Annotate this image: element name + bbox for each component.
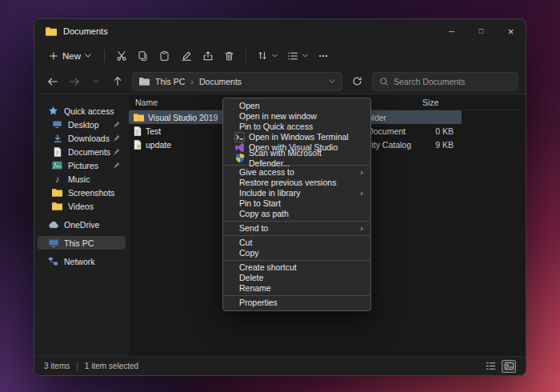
toolbar-separator <box>246 50 246 62</box>
new-button-label: New <box>62 51 81 61</box>
visual-studio-icon <box>234 142 245 153</box>
menu-item-copy[interactable]: Copy <box>223 248 370 258</box>
file-list-pane: Name Size Visual Studio 2019 File folder… <box>129 94 526 356</box>
address-dropdown-icon[interactable] <box>329 79 335 83</box>
download-arrow-icon <box>51 134 63 143</box>
menu-item-properties[interactable]: Properties <box>223 298 370 308</box>
copy-button[interactable] <box>133 46 153 66</box>
details-view-button[interactable] <box>483 360 498 373</box>
minimize-button[interactable]: ─ <box>437 19 466 43</box>
cut-button[interactable] <box>111 46 131 66</box>
menu-item-open[interactable]: Open <box>223 101 370 111</box>
menu-item-create-shortcut[interactable]: Create shortcut <box>223 262 370 273</box>
menu-item-rename[interactable]: Rename <box>223 283 370 294</box>
address-bar: This PC › Documents <box>34 69 526 94</box>
menu-separator <box>224 235 370 236</box>
defender-shield-icon <box>234 153 245 163</box>
toolbar-separator <box>104 50 105 62</box>
submenu-arrow-icon: › <box>360 223 363 234</box>
sidebar-item-network[interactable]: Network <box>38 254 126 268</box>
menu-item-label: Open <box>239 101 260 111</box>
sidebar-item-quick-access[interactable]: Quick access <box>38 104 126 118</box>
new-button[interactable]: New <box>42 46 98 66</box>
up-button[interactable] <box>107 72 127 91</box>
maximize-button[interactable]: □ <box>466 19 496 43</box>
copy-icon <box>138 50 148 62</box>
this-pc-monitor-icon <box>47 238 59 248</box>
more-options-button[interactable]: ••• <box>314 46 334 66</box>
sidebar-item-label: This PC <box>64 238 94 248</box>
pin-icon <box>113 121 120 128</box>
chevron-down-icon <box>85 54 91 58</box>
sidebar-item-videos[interactable]: Videos <box>38 199 126 213</box>
sidebar-item-pictures[interactable]: Pictures <box>38 158 126 172</box>
recent-locations-button[interactable] <box>86 72 106 91</box>
navigation-sidebar: Quick access Desktop Downloads Documents… <box>34 94 129 356</box>
menu-item-cut[interactable]: Cut <box>223 238 370 248</box>
breadcrumb-documents[interactable]: Documents <box>199 77 242 86</box>
menu-item-restore-previous-versions[interactable]: Restore previous versions <box>223 178 370 188</box>
file-name: Visual Studio 2019 <box>148 113 218 122</box>
items-count: 3 items <box>44 362 70 370</box>
sidebar-item-desktop[interactable]: Desktop <box>38 118 126 131</box>
menu-item-label: Scan with Microsoft Defender... <box>249 148 362 169</box>
menu-separator <box>224 221 370 222</box>
sidebar-item-label: Screenshots <box>68 188 114 198</box>
view-button[interactable] <box>283 46 312 66</box>
sidebar-item-music[interactable]: ♪ Music <box>38 172 126 186</box>
close-button[interactable]: × <box>496 19 526 43</box>
breadcrumb-this-pc[interactable]: This PC <box>155 77 185 86</box>
column-header-size[interactable]: Size <box>422 98 438 107</box>
menu-item-give-access-to[interactable]: Give access to› <box>223 167 370 178</box>
menu-item-send-to[interactable]: Send to› <box>223 223 370 234</box>
sidebar-item-this-pc[interactable]: This PC <box>38 236 126 250</box>
scissors-icon <box>116 50 127 62</box>
column-header-name[interactable]: Name <box>129 98 158 107</box>
menu-item-include-in-library[interactable]: Include in library› <box>223 188 370 198</box>
sort-button[interactable] <box>253 46 282 66</box>
sidebar-item-downloads[interactable]: Downloads <box>38 131 126 145</box>
search-icon <box>379 77 389 86</box>
paste-button[interactable] <box>154 46 174 66</box>
search-box[interactable] <box>372 72 518 91</box>
folder-icon <box>51 188 63 197</box>
rename-button[interactable] <box>176 46 196 66</box>
sidebar-item-documents[interactable]: Documents <box>38 145 126 158</box>
titlebar[interactable]: Documents ─ □ × <box>34 19 526 43</box>
menu-item-copy-as-path[interactable]: Copy as path <box>223 209 370 219</box>
menu-item-label: Pin to Quick access <box>239 122 313 132</box>
submenu-arrow-icon: › <box>360 167 363 178</box>
menu-item-label: Include in library <box>239 188 300 198</box>
sidebar-item-label: Desktop <box>68 120 99 130</box>
menu-item-label: Open in new window <box>239 111 317 122</box>
security-catalog-icon <box>134 140 142 150</box>
menu-item-scan-with-microsoft-defender[interactable]: Scan with Microsoft Defender... <box>223 153 370 163</box>
sidebar-item-onedrive[interactable]: OneDrive <box>38 218 126 231</box>
sidebar-item-screenshots[interactable]: Screenshots <box>38 186 126 199</box>
menu-item-pin-to-start[interactable]: Pin to Start <box>223 198 370 209</box>
desktop-monitor-icon <box>51 120 63 129</box>
onedrive-cloud-icon <box>47 221 59 229</box>
breadcrumb-separator-icon: › <box>190 77 194 86</box>
delete-button[interactable] <box>219 46 239 66</box>
refresh-button[interactable] <box>347 72 367 91</box>
chevron-down-icon <box>302 54 308 58</box>
menu-separator <box>224 260 370 261</box>
thumbnail-view-button[interactable] <box>502 360 516 373</box>
sidebar-item-label: Quick access <box>64 106 114 116</box>
menu-item-label: Cut <box>239 238 252 248</box>
menu-item-open-in-new-window[interactable]: Open in new window <box>223 111 370 122</box>
menu-item-open-in-windows-terminal[interactable]: Open in Windows Terminal <box>223 132 370 142</box>
menu-item-delete[interactable]: Delete <box>223 273 370 283</box>
pictures-icon <box>51 161 63 170</box>
menu-item-label: Delete <box>239 273 263 283</box>
search-input[interactable] <box>394 77 510 86</box>
address-breadcrumb[interactable]: This PC › Documents <box>132 72 342 91</box>
menu-item-label: Give access to <box>239 167 294 178</box>
back-button[interactable] <box>42 72 62 91</box>
sidebar-item-label: OneDrive <box>64 220 99 230</box>
menu-item-label: Restore previous versions <box>239 178 336 188</box>
menu-item-pin-to-quick-access[interactable]: Pin to Quick access <box>223 122 370 132</box>
forward-button[interactable] <box>64 72 84 91</box>
share-button[interactable] <box>198 46 218 66</box>
